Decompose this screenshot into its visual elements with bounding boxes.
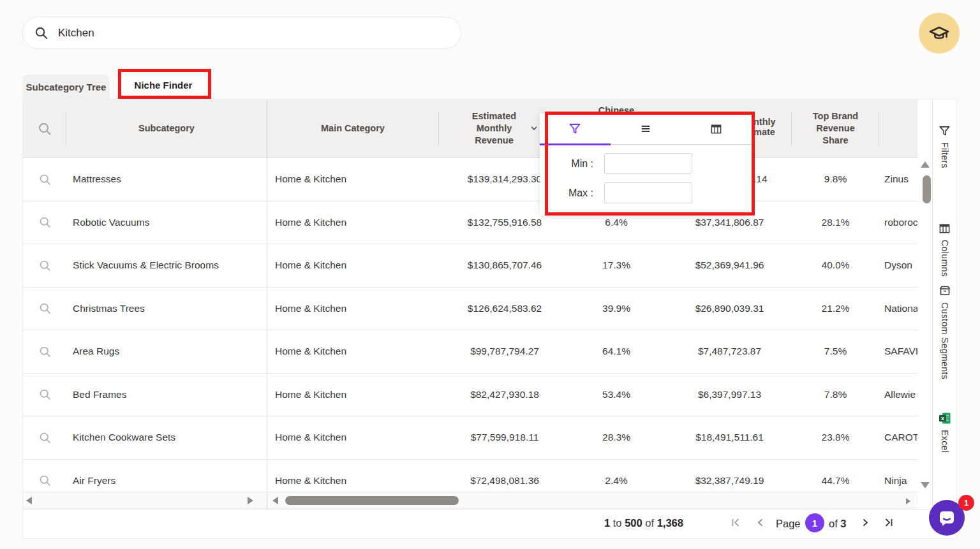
cell-subcategory: Kitchen Cookware Sets [66, 416, 267, 459]
row-search-button[interactable] [23, 416, 66, 459]
row-search-button[interactable] [23, 201, 66, 244]
column-filter-popup: Min : Max : [540, 113, 752, 216]
horizontal-scrollbar-thumb[interactable] [285, 496, 459, 505]
scroll-up-arrow[interactable] [921, 161, 930, 168]
cell-est-monthly-revenue: $132,755,916.58 [439, 201, 549, 244]
columns-icon [939, 223, 951, 235]
table-row[interactable]: Christmas Trees Home & Kitchen $126,624,… [23, 288, 917, 331]
rail-label: Excel [940, 430, 950, 453]
cell-main-category: Home & Kitchen [267, 288, 439, 330]
cell-top-brand-monthly-revenue: $6,397,997.13 [683, 374, 792, 416]
cell-top-brand: National Tree [879, 288, 917, 330]
graduation-cap-icon [928, 22, 951, 45]
header-main-category[interactable]: Main Category [267, 99, 439, 157]
table-row[interactable]: Kitchen Cookware Sets Home & Kitchen $77… [23, 416, 917, 460]
min-label: Min : [540, 158, 593, 170]
rail-columns[interactable]: Columns [933, 223, 956, 277]
table-body: Mattresses Home & Kitchen $139,314,293.3… [23, 158, 917, 492]
row-search-button[interactable] [23, 288, 66, 330]
search-icon [38, 259, 52, 272]
rail-custom-segments[interactable]: Custom Segments [933, 284, 956, 379]
cell-chinese: 64.1% [549, 330, 683, 373]
search-icon [38, 302, 52, 315]
next-page-button[interactable] [859, 516, 871, 531]
cell-est-monthly-revenue: $130,865,707.46 [439, 244, 549, 287]
cell-subcategory: Mattresses [66, 158, 267, 201]
table-row[interactable]: Robotic Vacuums Home & Kitchen $132,755,… [23, 201, 917, 245]
previous-page-button[interactable] [755, 516, 767, 531]
cell-main-category: Home & Kitchen [267, 416, 439, 459]
popup-tab-filter[interactable] [540, 113, 611, 144]
row-search-button[interactable] [23, 460, 66, 492]
scroll-right-arrow[interactable] [906, 498, 910, 504]
active-tab-underline [540, 143, 611, 145]
scroll-left-arrow[interactable] [272, 497, 278, 504]
max-label: Max : [540, 187, 593, 199]
table-row[interactable]: Stick Vacuums & Electric Brooms Home & K… [23, 244, 917, 288]
row-search-button[interactable] [23, 244, 66, 287]
column-label: Top Brand Revenue Share [813, 110, 858, 147]
cell-top-brand-revenue-share: 21.2% [792, 288, 879, 330]
rail-excel[interactable]: x Excel [933, 412, 956, 453]
table-row[interactable]: Mattresses Home & Kitchen $139,314,293.3… [23, 158, 917, 201]
first-page-button[interactable] [730, 516, 742, 531]
search-icon [38, 345, 52, 358]
cell-est-monthly-revenue: $77,599,918.11 [439, 416, 549, 459]
cell-top-brand-monthly-revenue: $18,491,511.61 [683, 416, 792, 459]
header-top-brand[interactable] [879, 99, 917, 157]
cell-subcategory: Area Rugs [66, 330, 267, 373]
filter-funnel-icon [939, 125, 951, 137]
table-row[interactable]: Bed Frames Home & Kitchen $82,427,930.18… [23, 374, 917, 417]
header-subcategory[interactable]: Subcategory [66, 99, 267, 157]
rail-filters[interactable]: Filters [933, 125, 956, 168]
scroll-left-arrow-pinned[interactable] [26, 497, 32, 504]
vertical-scrollbar-thumb[interactable] [923, 175, 931, 203]
cell-main-category: Home & Kitchen [267, 201, 439, 244]
cell-top-brand-monthly-revenue: $7,487,723.87 [683, 330, 792, 373]
tab-subcategory-tree[interactable]: Subcategory Tree [22, 75, 110, 99]
cell-main-category: Home & Kitchen [267, 330, 439, 373]
search-icon [38, 474, 52, 487]
cell-top-brand: Dyson [879, 244, 917, 287]
chat-bubble-icon [937, 508, 956, 527]
cell-top-brand: SAFAVIEH [879, 330, 917, 373]
chevron-down-icon[interactable] [530, 124, 538, 133]
tab-niche-finder[interactable]: Niche Finder [121, 71, 205, 99]
page-word: Page [776, 518, 801, 530]
row-search-button[interactable] [23, 330, 66, 373]
cell-est-monthly-revenue: $99,787,794.27 [439, 330, 549, 373]
popup-tab-columns[interactable] [681, 113, 752, 144]
custom-segments-icon [939, 284, 951, 297]
cell-subcategory: Bed Frames [66, 374, 267, 416]
row-search-button[interactable] [23, 374, 66, 416]
cell-chinese: 39.9% [549, 288, 683, 330]
scroll-right-arrow-pinned[interactable] [248, 497, 253, 504]
table-row[interactable]: Area Rugs Home & Kitchen $99,787,794.27 … [23, 330, 917, 374]
cell-chinese: 17.3% [549, 244, 683, 287]
max-input[interactable] [604, 182, 692, 203]
rail-label: Custom Segments [940, 302, 950, 379]
account-avatar[interactable] [919, 13, 960, 54]
cell-top-brand-revenue-share: 7.8% [792, 374, 879, 416]
menu-icon [640, 123, 651, 135]
popup-tab-menu[interactable] [611, 113, 681, 144]
cell-top-brand: CAROTE [879, 416, 917, 459]
cell-subcategory: Christmas Trees [66, 288, 267, 330]
page-count: of 3 [829, 518, 847, 530]
min-input[interactable] [604, 153, 692, 174]
cell-top-brand: Allewie [879, 374, 917, 416]
cell-top-brand-revenue-share: 44.7% [792, 460, 879, 492]
chat-notification-badge: 1 [958, 495, 974, 511]
search-input[interactable] [58, 27, 441, 40]
cell-est-monthly-revenue: $126,624,583.62 [439, 288, 549, 330]
last-page-button[interactable] [882, 516, 895, 531]
table-row[interactable]: Air Fryers Home & Kitchen $72,498,081.36… [23, 460, 917, 492]
cell-chinese: 53.4% [549, 374, 683, 416]
header-search-column[interactable] [23, 99, 66, 157]
table-header: Subcategory Main Category Estimated Mont… [23, 99, 917, 158]
row-search-button[interactable] [23, 158, 66, 201]
header-top-brand-revenue-share[interactable]: Top Brand Revenue Share [792, 99, 879, 157]
scroll-down-arrow[interactable] [921, 482, 930, 488]
cell-subcategory: Stick Vacuums & Electric Brooms [66, 244, 267, 287]
pinned-column-divider [267, 99, 267, 509]
